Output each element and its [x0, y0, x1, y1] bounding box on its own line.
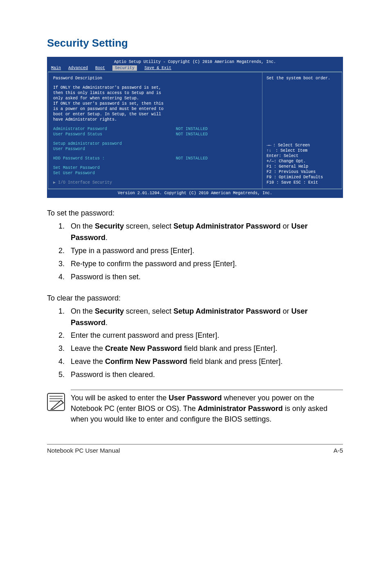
bios-tab-security[interactable]: Security: [112, 65, 137, 71]
list-item: On the Security screen, select Setup Adm…: [67, 221, 343, 244]
user-password-item[interactable]: User Password: [53, 146, 257, 152]
bios-key-help: : Select Screen : Select Item Enter: Sel…: [267, 143, 338, 185]
note-text: You will be asked to enter the User Pass…: [71, 390, 343, 424]
footer-title: Notebook PC User Manual: [47, 447, 120, 454]
bios-tab-advanced[interactable]: Advanced: [68, 65, 88, 71]
bios-tab-save-exit[interactable]: Save & Exit: [144, 65, 171, 71]
list-item: Password is then set.: [67, 272, 343, 283]
page-heading: Security Setting: [47, 37, 343, 49]
bios-help-description: Set the system boot order.: [267, 76, 338, 81]
list-item: Re-type to confirm the password and pres…: [67, 258, 343, 270]
set-password-steps: On the Security screen, select Setup Adm…: [47, 221, 343, 283]
list-item: Leave the Confirm New Password field bla…: [67, 356, 343, 368]
password-description-title: Password Description: [53, 76, 257, 81]
admin-password-value: NOT INSTALLED: [176, 126, 208, 132]
set-user-password-item[interactable]: Set User Password: [53, 171, 257, 176]
admin-password-label: Administrator Password: [53, 126, 176, 132]
list-item: Type in a password and press [Enter].: [67, 245, 343, 257]
bios-tab-main[interactable]: Main: [51, 65, 61, 71]
bios-tab-bar: Main Advanced Boot Security Save & Exit: [48, 65, 342, 72]
setup-admin-password-item[interactable]: Setup administrator password: [53, 141, 257, 146]
arrows-icon: [267, 143, 273, 148]
bios-tab-boot[interactable]: Boot: [95, 65, 105, 71]
io-interface-security-item[interactable]: ▶ I/O Interface Security: [53, 180, 257, 185]
bios-footer: Version 2.01.1204. Copyright (C) 2010 Am…: [48, 189, 342, 197]
note-box: You will be asked to enter the User Pass…: [47, 390, 343, 424]
page-footer: Notebook PC User Manual A-5: [47, 444, 343, 454]
hdd-password-status-label: HDD Password Status :: [53, 156, 176, 161]
bios-screenshot: Aptio Setup Utility - Copyright (C) 2010…: [47, 57, 343, 198]
list-item: On the Security screen, select Setup Adm…: [67, 306, 343, 329]
password-description-text: If ONLY the Administrator's password is …: [53, 85, 257, 122]
user-password-status-value: NOT INSTALLED: [176, 132, 208, 137]
list-item: Leave the Create New Password field blan…: [67, 343, 343, 355]
list-item: Enter the current password and press [En…: [67, 330, 343, 341]
user-password-status-label: User Password Status: [53, 132, 176, 137]
note-icon: [47, 393, 65, 411]
list-item: Password is then cleared.: [67, 369, 343, 381]
clear-password-intro: To clear the password:: [47, 293, 343, 303]
updown-icon: [267, 148, 276, 153]
hdd-password-status-value: NOT INSTALLED: [176, 156, 208, 161]
clear-password-steps: On the Security screen, select Setup Adm…: [47, 306, 343, 381]
bios-left-panel: Password Description If ONLY the Adminis…: [48, 72, 262, 189]
bios-right-panel: Set the system boot order. : Select Scre…: [262, 72, 342, 189]
set-password-intro: To set the password:: [47, 208, 343, 218]
page-number: A-5: [334, 447, 343, 454]
set-master-password-item[interactable]: Set Master Password: [53, 165, 257, 171]
bios-title: Aptio Setup Utility - Copyright (C) 2010…: [48, 58, 342, 65]
